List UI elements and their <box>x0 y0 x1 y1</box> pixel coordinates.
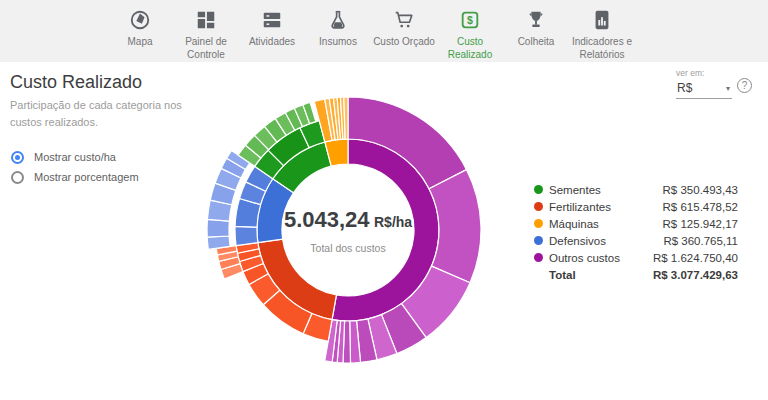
nav-label: Painel de Controle <box>174 36 238 61</box>
nav-label: Custo Realizado <box>438 36 502 61</box>
nav-item-colheita[interactable]: Colheita <box>504 7 568 49</box>
sunburst-segment[interactable] <box>207 219 229 237</box>
nav-item-atividades[interactable]: Atividades <box>240 7 304 49</box>
legend-dot <box>534 202 543 211</box>
sunburst-segment[interactable] <box>207 236 230 249</box>
trophy-icon <box>523 7 549 33</box>
nav-label: Custo Orçado <box>373 36 435 49</box>
nav-label: Insumos <box>319 36 357 49</box>
nav-label: Mapa <box>127 36 152 49</box>
radio-button-selected[interactable] <box>11 151 24 164</box>
rows-icon <box>259 7 285 33</box>
legend-dot <box>534 236 543 245</box>
chevron-down-icon: ▾ <box>726 84 730 93</box>
nav-item-custo-orcado[interactable]: Custo Orçado <box>372 7 436 49</box>
legend-item-fertilizantes[interactable]: Fertilizantes R$ 615.478,52 <box>534 198 738 215</box>
currency-view-selector: ver em: R$ ▾ <box>676 68 732 99</box>
nav-label: Colheita <box>518 36 555 49</box>
nav-label: Atividades <box>249 36 295 49</box>
chart-legend: Sementes R$ 350.493,43 Fertilizantes R$ … <box>534 181 738 283</box>
flask-icon <box>325 7 351 33</box>
legend-total-row: Total R$ 3.077.429,63 <box>534 266 738 283</box>
nav-item-mapa[interactable]: Mapa <box>108 7 172 49</box>
svg-text:$: $ <box>467 14 473 26</box>
legend-item-sementes[interactable]: Sementes R$ 350.493,43 <box>534 181 738 198</box>
nav-label: Indicadores e Relatórios <box>570 36 634 61</box>
dollar-box-icon: $ <box>457 7 483 33</box>
sunburst-segment[interactable] <box>344 97 348 139</box>
radio-label: Mostrar custo/ha <box>34 151 116 163</box>
legend-dot <box>534 185 543 194</box>
nav-item-insumos[interactable]: Insumos <box>306 7 370 49</box>
app-window: Mapa Painel de Controle Atividades <box>0 0 768 400</box>
sunburst-segment[interactable] <box>235 226 258 245</box>
globe-icon <box>127 7 153 33</box>
page-subtitle: Participação de cada categoria nos custo… <box>10 97 215 131</box>
currency-select-value: R$ <box>677 81 692 95</box>
legend-item-outros-custos[interactable]: Outros custos R$ 1.624.750,40 <box>534 249 738 266</box>
legend-item-maquinas[interactable]: Máquinas R$ 125.942,17 <box>534 215 738 232</box>
legend-dot <box>534 253 543 262</box>
report-icon <box>589 7 615 33</box>
view-selector-label: ver em: <box>676 68 732 78</box>
nav-item-indicadores-relatorios[interactable]: Indicadores e Relatórios <box>570 7 634 61</box>
nav-item-painel-de-controle[interactable]: Painel de Controle <box>174 7 238 61</box>
radio-label: Mostrar porcentagem <box>34 171 139 183</box>
radio-mostrar-porcentagem[interactable]: Mostrar porcentagem <box>11 168 139 186</box>
nav-item-custo-realizado[interactable]: $ Custo Realizado <box>438 7 502 61</box>
currency-select[interactable]: R$ ▾ <box>676 80 732 99</box>
top-navigation: Mapa Painel de Controle Atividades <box>0 0 768 62</box>
sunburst-chart[interactable] <box>195 88 505 378</box>
cart-icon <box>391 7 417 33</box>
display-mode-options: Mostrar custo/ha Mostrar porcentagem <box>11 148 139 188</box>
help-icon[interactable]: ? <box>737 78 752 93</box>
legend-item-defensivos[interactable]: Defensivos R$ 360.765,11 <box>534 232 738 249</box>
dashboard-icon <box>193 7 219 33</box>
legend-dot <box>534 219 543 228</box>
page-title: Custo Realizado <box>10 72 142 93</box>
radio-button-unselected[interactable] <box>11 171 24 184</box>
radio-mostrar-custo-ha[interactable]: Mostrar custo/ha <box>11 148 139 166</box>
